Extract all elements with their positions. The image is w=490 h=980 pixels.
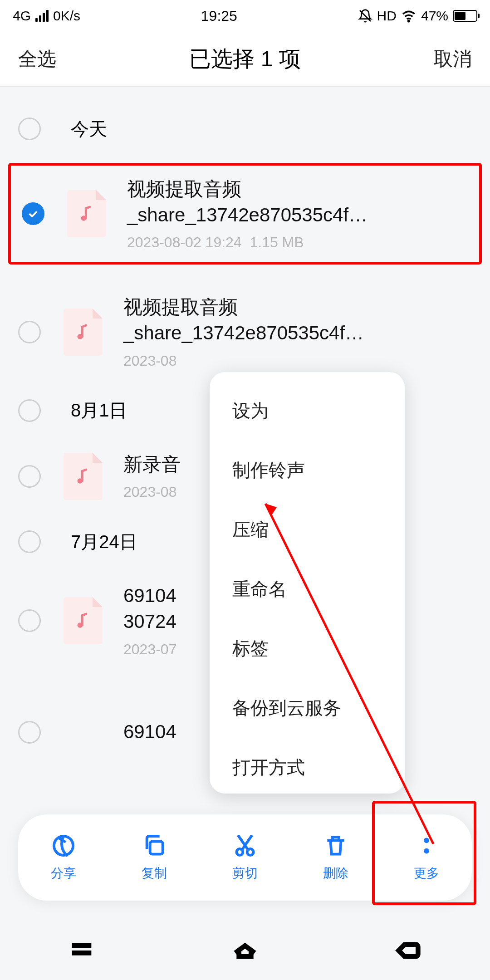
more-options-popup: 设为 制作铃声 压缩 重命名 标签 备份到云服务 打开方式: [210, 372, 405, 794]
music-file-icon: [64, 597, 103, 644]
file-checkbox[interactable]: [18, 609, 41, 632]
share-button[interactable]: 分享: [23, 833, 104, 882]
file-name-label: 视频提取音频_share_13742e870535c4f…: [123, 294, 472, 346]
section-checkbox[interactable]: [18, 399, 41, 422]
popup-set-as[interactable]: 设为: [210, 381, 405, 441]
svg-point-11: [424, 848, 429, 854]
file-checkbox[interactable]: [18, 721, 41, 744]
battery-pct-label: 47%: [421, 8, 448, 24]
cut-icon: [232, 833, 258, 858]
file-checkbox[interactable]: [18, 321, 41, 343]
mute-icon: [358, 9, 372, 23]
system-nav-bar: [0, 921, 490, 980]
status-bar: 4G 0K/s 19:25 HD 47%: [0, 0, 490, 32]
battery-icon: [453, 10, 477, 22]
section-today-checkbox[interactable]: [18, 118, 41, 140]
more-icon: [414, 833, 439, 858]
copy-icon: [142, 833, 167, 858]
wifi-icon: [401, 8, 416, 24]
delete-icon: [323, 833, 348, 858]
file-name-label: 视频提取音频_share_13742e870535c4f…: [127, 176, 468, 228]
file-checkbox[interactable]: [18, 465, 41, 488]
cancel-button[interactable]: 取消: [434, 46, 472, 72]
file-row[interactable]: 视频提取音频_share_13742e870535c4f… 2023-08: [0, 283, 490, 381]
selection-title: 已选择 1 项: [189, 44, 300, 74]
delete-button[interactable]: 删除: [295, 833, 377, 882]
file-row[interactable]: 视频提取音频_share_13742e870535c4f… 2023-08-02…: [18, 172, 472, 255]
action-bar: 分享 复制 剪切 删除 更多: [18, 814, 472, 901]
svg-point-10: [424, 838, 429, 843]
svg-rect-7: [150, 842, 163, 854]
music-file-icon: [64, 309, 103, 356]
signal-icon: [35, 10, 49, 22]
more-button[interactable]: 更多: [386, 833, 467, 882]
network-type-label: 4G: [13, 8, 31, 24]
popup-open-with[interactable]: 打开方式: [210, 738, 405, 784]
cut-button[interactable]: 剪切: [204, 833, 286, 882]
popup-rename[interactable]: 重命名: [210, 559, 405, 619]
select-all-button[interactable]: 全选: [18, 46, 56, 72]
popup-backup-cloud[interactable]: 备份到云服务: [210, 678, 405, 738]
annotation-highlight-file: 视频提取音频_share_13742e870535c4f… 2023-08-02…: [8, 163, 482, 265]
section-today-label: 今天: [71, 117, 107, 142]
network-speed-label: 0K/s: [53, 8, 80, 24]
home-icon[interactable]: [230, 936, 260, 965]
popup-compress[interactable]: 压缩: [210, 500, 405, 559]
app-bar: 全选 已选择 1 项 取消: [0, 32, 490, 87]
popup-make-ringtone[interactable]: 制作铃声: [210, 441, 405, 500]
copy-button[interactable]: 复制: [113, 833, 195, 882]
share-icon: [51, 833, 76, 858]
clock-label: 19:25: [201, 8, 237, 24]
popup-tags[interactable]: 标签: [210, 619, 405, 678]
recents-icon[interactable]: [67, 936, 96, 965]
file-checkbox-checked[interactable]: [22, 202, 44, 225]
back-icon[interactable]: [394, 936, 423, 965]
file-meta-label: 2023-08: [123, 353, 472, 369]
section-label: 8月1日: [71, 398, 127, 423]
file-meta-label: 2023-08-02 19:24 1.15 MB: [127, 234, 468, 251]
section-today: 今天: [0, 99, 490, 158]
svg-point-1: [408, 20, 410, 22]
music-file-icon: [67, 190, 106, 237]
hd-label: HD: [377, 8, 397, 24]
section-label: 7月24日: [71, 529, 137, 554]
section-checkbox[interactable]: [18, 530, 41, 553]
music-file-icon: [64, 453, 103, 500]
